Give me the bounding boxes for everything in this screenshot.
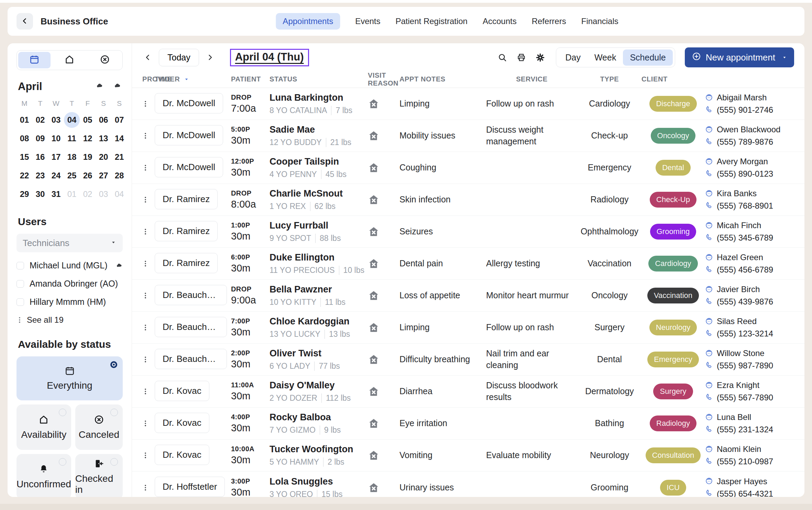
row-menu-icon[interactable] — [142, 132, 155, 140]
table-row[interactable]: Dr. McDowellDROP7:00aLuna Barkington8 YO… — [132, 88, 804, 120]
row-menu-icon[interactable] — [142, 420, 155, 427]
column-header-type[interactable]: TYPE — [578, 75, 641, 83]
provider-pill[interactable]: Dr. McDowell — [155, 157, 223, 177]
calendar-day[interactable]: 13 — [96, 131, 111, 146]
client-phone[interactable]: (555) 987-7890 — [717, 361, 773, 370]
tab-financials[interactable]: Financials — [581, 16, 618, 26]
calendar-day[interactable]: 02 — [80, 186, 96, 202]
client-phone[interactable]: (555) 901-2746 — [717, 105, 773, 115]
view-schedule[interactable]: Schedule — [623, 49, 672, 66]
calendar-day[interactable]: 04 — [64, 112, 80, 128]
cloud-icon[interactable] — [114, 82, 121, 91]
provider-pill[interactable]: Dr. Kovac — [155, 381, 209, 401]
table-row[interactable]: Dr. Kovac4:00P30mRocky Balboa7 YO GIZMO9… — [132, 408, 804, 440]
client-phone[interactable]: (555) 567-7890 — [717, 393, 773, 402]
table-row[interactable]: Dr. Kovac11:00A30mDaisy O'Malley2 YO DOZ… — [132, 376, 804, 408]
column-header-client[interactable]: CLIENT — [641, 75, 705, 83]
calendar-day[interactable]: 14 — [111, 131, 127, 146]
table-row[interactable]: Dr. Hoffstetler3:00P30mLola Snuggles3 YO… — [132, 472, 804, 497]
technicians-select[interactable]: Technicians — [17, 234, 123, 252]
provider-pill[interactable]: Dr. Kovac — [155, 413, 209, 433]
status-house-x-icon[interactable] — [368, 482, 399, 494]
status-house-x-icon[interactable] — [368, 322, 399, 333]
provider-pill[interactable]: Dr. McDowell — [155, 125, 223, 145]
calendar-day[interactable]: 05 — [80, 112, 96, 128]
row-menu-icon[interactable] — [142, 260, 155, 267]
type-badge[interactable]: Neurology — [649, 320, 697, 335]
new-appointment-button[interactable]: New appointment — [685, 47, 794, 67]
provider-pill[interactable]: Dr. Beauchamp — [155, 285, 227, 305]
calendar-day[interactable]: 02 — [32, 112, 48, 128]
table-row[interactable]: Dr. BeauchampDROP9:00aBella Pawzner10 YO… — [132, 280, 804, 312]
cloud-icon[interactable] — [96, 82, 103, 91]
view-toggle-cancel[interactable] — [89, 52, 121, 68]
provider-pill[interactable]: Dr. Ramirez — [155, 189, 218, 209]
type-badge[interactable]: Dental — [656, 160, 691, 176]
provider-pill[interactable]: Dr. Ramirez — [155, 221, 218, 241]
calendar-day[interactable]: 16 — [32, 149, 48, 165]
status-house-x-icon[interactable] — [368, 130, 399, 142]
row-menu-icon[interactable] — [142, 196, 155, 203]
type-badge[interactable]: Cardiology — [648, 256, 698, 271]
calendar-day[interactable]: 30 — [32, 186, 48, 202]
status-option-everything[interactable]: Everything — [17, 356, 123, 400]
calendar-day[interactable]: 26 — [80, 168, 96, 184]
calendar-day[interactable]: 07 — [111, 112, 127, 128]
calendar-day[interactable]: 18 — [64, 149, 80, 165]
checkbox[interactable] — [17, 298, 24, 306]
provider-pill[interactable]: Dr. McDowell — [155, 93, 223, 113]
calendar-day[interactable]: 12 — [80, 131, 96, 146]
calendar-day[interactable]: 19 — [80, 149, 96, 165]
prev-day-button[interactable] — [142, 52, 153, 63]
status-house-x-icon[interactable] — [368, 258, 399, 269]
type-badge[interactable]: Consultation — [646, 447, 701, 463]
client-phone[interactable]: (555) 231-1324 — [717, 425, 773, 434]
client-phone[interactable]: (555) 456-6789 — [717, 265, 773, 275]
view-toggle-calendar[interactable] — [18, 52, 51, 68]
view-toggle-home[interactable] — [53, 52, 86, 68]
calendar-day[interactable]: 06 — [96, 112, 111, 128]
provider-pill[interactable]: Dr. Ramirez — [155, 253, 218, 273]
column-header-provider[interactable]: PROVIDER — [142, 75, 155, 83]
search-icon[interactable] — [498, 53, 507, 62]
table-row[interactable]: Dr. McDowell12:00P30mCooper Tailspin4 YO… — [132, 152, 804, 184]
status-option-availability[interactable]: Availability — [17, 404, 71, 450]
user-checkbox-row[interactable]: Amanda Obringer (AO) — [17, 279, 123, 289]
type-badge[interactable]: Surgery — [653, 384, 693, 399]
tab-accounts[interactable]: Accounts — [483, 16, 517, 26]
calendar-day[interactable]: 21 — [111, 149, 127, 165]
type-badge[interactable]: Discharge — [649, 96, 696, 112]
calendar-day[interactable]: 31 — [48, 186, 64, 202]
row-menu-icon[interactable] — [142, 292, 155, 299]
row-menu-icon[interactable] — [142, 100, 155, 108]
column-header-service[interactable]: SERVICE — [486, 75, 578, 83]
calendar-day[interactable]: 27 — [96, 168, 111, 184]
status-house-x-icon[interactable] — [368, 98, 399, 110]
type-badge[interactable]: Oncology — [651, 128, 696, 144]
table-row[interactable]: Dr. Kovac10:00A30mTucker Woofington5 YO … — [132, 440, 804, 472]
calendar-day[interactable]: 15 — [17, 149, 32, 165]
row-menu-icon[interactable] — [142, 164, 155, 171]
status-house-x-icon[interactable] — [368, 194, 399, 206]
calendar-day[interactable]: 03 — [96, 186, 111, 202]
provider-pill[interactable]: Dr. Beauchamp — [155, 349, 227, 369]
row-menu-icon[interactable] — [142, 356, 155, 363]
calendar-day[interactable]: 24 — [48, 168, 64, 184]
status-house-x-icon[interactable] — [368, 450, 399, 461]
calendar-day[interactable]: 09 — [32, 131, 48, 146]
checkbox[interactable] — [17, 280, 24, 288]
type-badge[interactable]: Check-Up — [650, 192, 696, 208]
column-header-status[interactable]: STATUS — [270, 75, 368, 83]
calendar-day[interactable]: 10 — [48, 131, 64, 146]
calendar-day[interactable]: 28 — [111, 168, 127, 184]
calendar-day[interactable]: 03 — [48, 112, 64, 128]
type-badge[interactable]: Grooming — [650, 224, 696, 240]
client-phone[interactable]: (555) 123-3214 — [717, 329, 773, 339]
row-menu-icon[interactable] — [142, 484, 155, 491]
today-button[interactable]: Today — [159, 49, 199, 66]
status-house-x-icon[interactable] — [368, 386, 399, 397]
type-badge[interactable]: Emergency — [647, 352, 699, 367]
client-phone[interactable]: (555) 210-0987 — [717, 457, 773, 466]
status-house-x-icon[interactable] — [368, 162, 399, 174]
user-checkbox-row[interactable]: Michael Lund (MGL) — [17, 260, 123, 270]
